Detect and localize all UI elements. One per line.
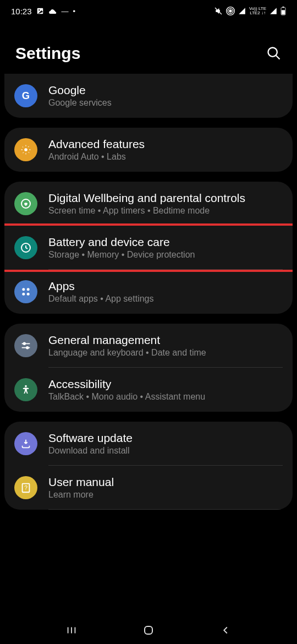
search-button[interactable] bbox=[266, 46, 282, 61]
svg-rect-29 bbox=[145, 626, 152, 634]
navigation-bar bbox=[0, 616, 297, 644]
item-text: Battery and device care Storage • Memory… bbox=[48, 236, 195, 260]
settings-item-wellbeing[interactable]: Digital Wellbeing and parental controls … bbox=[4, 182, 293, 226]
home-icon bbox=[142, 624, 155, 637]
item-sub: Language and keyboard • Date and time bbox=[48, 348, 206, 358]
status-time: 10:23 bbox=[11, 7, 32, 16]
item-title: Google bbox=[48, 84, 112, 97]
signal-icon-2 bbox=[270, 7, 277, 15]
svg-line-10 bbox=[276, 56, 280, 59]
svg-text:?: ? bbox=[24, 485, 28, 491]
item-sub: Screen time • App timers • Bedtime mode bbox=[48, 206, 245, 216]
svg-point-17 bbox=[22, 293, 25, 296]
settings-item-general[interactable]: General management Language and keyboard… bbox=[4, 324, 293, 368]
item-title: Apps bbox=[48, 280, 154, 293]
settings-item-software[interactable]: Software update Download and install bbox=[4, 422, 293, 466]
item-sub: Learn more bbox=[48, 490, 114, 500]
item-sub: Default apps • App settings bbox=[48, 294, 154, 304]
item-sub: TalkBack • Mono audio • Assistant menu bbox=[48, 392, 205, 402]
dash-notif-icon: — bbox=[62, 7, 69, 15]
software-update-icon bbox=[14, 432, 37, 455]
item-title: Battery and device care bbox=[48, 236, 195, 249]
search-icon bbox=[266, 46, 282, 61]
item-title: Advanced features bbox=[48, 138, 145, 151]
settings-item-battery[interactable]: Battery and device care Storage • Memory… bbox=[4, 223, 293, 272]
hotspot-icon bbox=[226, 7, 235, 15]
svg-point-23 bbox=[25, 385, 27, 388]
svg-point-12 bbox=[24, 148, 28, 151]
svg-point-16 bbox=[27, 288, 30, 291]
settings-item-apps[interactable]: Apps Default apps • App settings bbox=[4, 270, 293, 314]
svg-text:G: G bbox=[22, 90, 30, 101]
item-title: Accessibility bbox=[48, 378, 205, 391]
page-title: Settings bbox=[15, 44, 80, 63]
svg-point-20 bbox=[23, 343, 25, 345]
recents-icon bbox=[65, 624, 78, 636]
item-text: Advanced features Android Auto • Labs bbox=[48, 138, 145, 162]
settings-item-manual[interactable]: ? User manual Learn more bbox=[4, 466, 293, 510]
status-left: 10:23 — • bbox=[11, 7, 75, 16]
item-sub: Google services bbox=[48, 98, 112, 108]
battery-icon bbox=[280, 7, 286, 15]
item-title: General management bbox=[48, 334, 206, 347]
cloud-notif-icon bbox=[48, 8, 57, 14]
status-bar: 10:23 — • Vo)) LTELTE2 ↓↑ bbox=[0, 0, 297, 22]
item-text: Digital Wellbeing and parental controls … bbox=[48, 192, 245, 216]
svg-point-9 bbox=[268, 48, 277, 57]
item-title: Software update bbox=[48, 432, 133, 445]
item-title: Digital Wellbeing and parental controls bbox=[48, 192, 245, 205]
gallery-notif-icon bbox=[36, 7, 44, 15]
back-button[interactable] bbox=[218, 623, 233, 638]
item-sub: Storage • Memory • Device protection bbox=[48, 250, 195, 260]
dot-notif-icon: • bbox=[73, 7, 76, 15]
svg-point-1 bbox=[38, 9, 40, 10]
general-management-icon bbox=[14, 334, 37, 357]
item-text: Apps Default apps • App settings bbox=[48, 280, 154, 304]
accessibility-icon bbox=[14, 378, 37, 401]
svg-rect-7 bbox=[282, 7, 284, 8]
svg-point-18 bbox=[27, 293, 30, 296]
wellbeing-icon bbox=[14, 192, 37, 215]
status-right: Vo)) LTELTE2 ↓↑ bbox=[214, 7, 286, 15]
advanced-features-icon bbox=[14, 138, 37, 161]
svg-point-3 bbox=[229, 10, 232, 12]
settings-group: Software update Download and install ? U… bbox=[4, 422, 293, 510]
battery-care-icon bbox=[14, 236, 37, 259]
user-manual-icon: ? bbox=[14, 476, 37, 499]
home-button[interactable] bbox=[141, 623, 156, 638]
recents-button[interactable] bbox=[64, 623, 79, 638]
item-text: General management Language and keyboard… bbox=[48, 334, 206, 358]
settings-list: G Google Google services Advanced featur… bbox=[0, 74, 297, 510]
back-icon bbox=[219, 624, 232, 636]
google-icon: G bbox=[14, 84, 37, 107]
network-label: Vo)) LTELTE2 ↓↑ bbox=[249, 7, 266, 15]
item-text: Software update Download and install bbox=[48, 432, 133, 456]
item-text: Accessibility TalkBack • Mono audio • As… bbox=[48, 378, 205, 402]
settings-group: Advanced features Android Auto • Labs bbox=[4, 128, 293, 172]
svg-point-22 bbox=[26, 347, 29, 349]
settings-item-google[interactable]: G Google Google services bbox=[4, 74, 293, 118]
item-sub: Download and install bbox=[48, 446, 133, 456]
settings-group: General management Language and keyboard… bbox=[4, 324, 293, 412]
svg-rect-8 bbox=[282, 10, 285, 14]
signal-icon-1 bbox=[238, 7, 246, 15]
apps-icon bbox=[14, 280, 37, 303]
item-sub: Android Auto • Labs bbox=[48, 152, 145, 162]
settings-group: G Google Google services bbox=[4, 74, 293, 118]
settings-item-accessibility[interactable]: Accessibility TalkBack • Mono audio • As… bbox=[4, 368, 293, 412]
settings-item-advanced[interactable]: Advanced features Android Auto • Labs bbox=[4, 128, 293, 172]
svg-point-15 bbox=[22, 288, 25, 291]
settings-group: Digital Wellbeing and parental controls … bbox=[4, 182, 293, 314]
item-title: User manual bbox=[48, 476, 114, 489]
header: Settings bbox=[0, 22, 297, 74]
mute-icon bbox=[214, 7, 223, 15]
item-text: User manual Learn more bbox=[48, 476, 114, 500]
item-text: Google Google services bbox=[48, 84, 112, 108]
